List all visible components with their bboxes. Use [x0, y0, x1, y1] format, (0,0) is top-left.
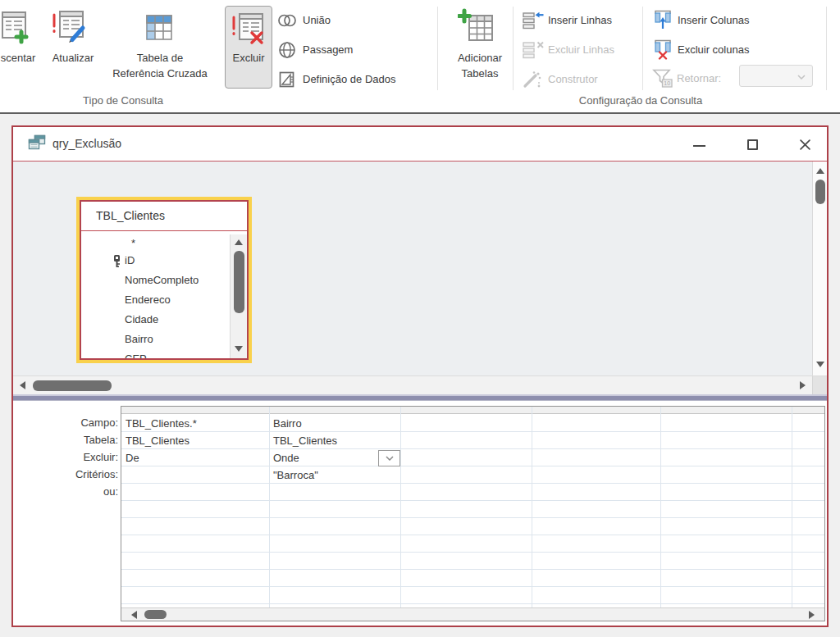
data-definition-query-button[interactable]: Definição de Dados	[276, 68, 431, 91]
table-card-title: TBL_Clientes	[96, 209, 165, 222]
table-pane-vscrollbar[interactable]	[812, 162, 827, 375]
add-tables-button[interactable]: Adicionar Tabelas	[445, 3, 514, 89]
scroll-left-icon[interactable]	[131, 611, 137, 619]
grid-cell-excluir-col2[interactable]: Onde	[273, 451, 299, 466]
union-query-button[interactable]: União	[276, 9, 431, 32]
ribbon-bottom-border	[0, 112, 840, 114]
passthrough-query-icon	[277, 40, 297, 60]
scroll-left-icon[interactable]	[20, 381, 25, 389]
grid-column-divider	[400, 407, 401, 607]
grid-cell-campo-col1[interactable]: TBL_Clientes.*	[126, 416, 197, 431]
grid-column-selector-strip[interactable]	[121, 407, 824, 414]
grid-cell-tabela-col2[interactable]: TBL_Clientes	[273, 434, 337, 448]
return-control: 10 Retornar:	[651, 66, 741, 89]
scroll-right-icon[interactable]	[809, 611, 815, 619]
crosstab-query-button[interactable]: Tabela de Referência Cruzada	[108, 3, 212, 89]
return-combobox	[739, 65, 813, 87]
ribbon-group-separator	[437, 7, 438, 90]
minimize-icon	[693, 145, 705, 147]
query-setup-group-label: Configuração da Consulta	[550, 94, 731, 107]
scroll-right-icon[interactable]	[800, 381, 806, 389]
builder-button: Construtor	[520, 68, 635, 91]
ribbon: scentar Atualizar	[0, 0, 840, 114]
delete-query-icon	[231, 11, 267, 46]
query-design-grid[interactable]: TBL_Clientes.* Bairro TBL_Clientes TBL_C…	[121, 406, 825, 621]
insert-rows-button[interactable]: Inserir Linhas	[520, 9, 635, 32]
crosstab-query-label-line2: Referência Cruzada	[108, 67, 212, 80]
maximize-button[interactable]	[742, 134, 765, 154]
grid-cell-campo-col2[interactable]: Bairro	[273, 416, 302, 431]
maximize-icon	[747, 139, 758, 150]
return-label: Retornar:	[677, 71, 721, 86]
grid-cell-criterios-col2[interactable]: "Barroca"	[273, 468, 318, 483]
pane-splitter[interactable]	[13, 394, 827, 401]
union-query-label: União	[303, 13, 331, 28]
grid-row-label-tabela: Tabela:	[20, 433, 118, 448]
field-item-bairro[interactable]: Bairro	[125, 332, 153, 347]
field-item-id[interactable]: iD	[125, 253, 135, 268]
update-query-label: Atualizar	[46, 52, 100, 65]
field-item-star[interactable]: *	[131, 236, 135, 251]
delete-rows-label: Excluir Linhas	[548, 43, 614, 57]
grid-row-label-criterios: Critérios:	[20, 467, 118, 482]
ribbon-item-separator	[513, 7, 514, 90]
builder-label: Construtor	[548, 72, 598, 87]
table-pane-hscrollbar[interactable]	[13, 375, 827, 394]
ribbon-group-separator	[826, 7, 827, 90]
field-list-scroll-thumb[interactable]	[234, 251, 244, 313]
excluir-cell-dropdown[interactable]	[378, 450, 400, 466]
query-type-group-label: Tipo de Consulta	[57, 94, 189, 107]
grid-hscroll-thumb[interactable]	[144, 610, 167, 619]
delete-query-button[interactable]: Excluir	[225, 6, 272, 89]
grid-row-label-ou: ou:	[20, 485, 118, 499]
field-item-endereco[interactable]: Endereco	[125, 293, 171, 307]
builder-wand-icon	[523, 71, 542, 89]
delete-columns-button[interactable]: Excluir colunas	[651, 37, 782, 60]
query-window-icon	[28, 134, 46, 151]
grid-cell-excluir-col1[interactable]: De	[126, 451, 139, 466]
grid-column-divider	[532, 407, 532, 607]
union-query-icon	[277, 11, 297, 30]
delete-query-label: Excluir	[226, 52, 272, 65]
append-query-icon	[0, 10, 30, 44]
field-list-scrollbar[interactable]	[230, 234, 247, 358]
append-query-button[interactable]: scentar	[0, 3, 41, 89]
table-pane-vscroll-thumb[interactable]	[815, 180, 825, 204]
grid-cell-tabela-col1[interactable]: TBL_Clientes	[126, 434, 189, 448]
add-tables-label-line2: Tabelas	[445, 67, 514, 80]
field-item-cidade[interactable]: Cidade	[125, 312, 158, 327]
delete-columns-label: Excluir colunas	[678, 43, 749, 57]
field-item-cep-clipped[interactable]: CEP	[125, 352, 147, 360]
minimize-button[interactable]	[687, 136, 710, 154]
insert-columns-button[interactable]: Inserir Colunas	[651, 7, 782, 30]
access-query-design-screen: scentar Atualizar	[0, 0, 840, 637]
table-card-title-divider	[81, 230, 247, 231]
scroll-down-icon[interactable]	[816, 362, 824, 367]
scroll-down-icon[interactable]	[235, 346, 243, 352]
primary-key-icon	[112, 254, 122, 268]
update-query-button[interactable]: Atualizar	[46, 3, 100, 89]
table-pane-hscroll-thumb[interactable]	[33, 380, 112, 391]
table-card-tbl-clientes[interactable]: TBL_Clientes * iD NomeCompleto Endereco …	[80, 200, 249, 360]
window-title: qry_Exclusão	[52, 137, 121, 150]
update-query-icon	[52, 9, 88, 43]
crosstab-query-icon	[145, 11, 173, 43]
grid-hscrollbar[interactable]	[121, 607, 824, 621]
scroll-up-icon[interactable]	[816, 168, 824, 174]
delete-columns-icon	[652, 39, 673, 60]
data-definition-query-label: Definição de Dados	[303, 72, 395, 87]
passthrough-query-label: Passagem	[303, 43, 353, 57]
grid-column-divider	[269, 407, 270, 607]
ribbon-item-separator	[642, 7, 643, 90]
grid-column-divider	[792, 407, 792, 607]
grid-rows-area[interactable]	[121, 415, 824, 607]
grid-column-divider	[660, 407, 661, 607]
insert-rows-icon	[522, 11, 545, 30]
add-tables-icon	[458, 8, 494, 48]
passthrough-query-button[interactable]: Passagem	[276, 39, 431, 61]
scroll-up-icon[interactable]	[235, 239, 243, 245]
field-item-nomecompleto[interactable]: NomeCompleto	[125, 273, 199, 288]
grid-row-label-excluir: Excluir:	[20, 450, 118, 465]
chevron-down-icon	[386, 456, 394, 461]
close-button[interactable]	[794, 134, 817, 154]
